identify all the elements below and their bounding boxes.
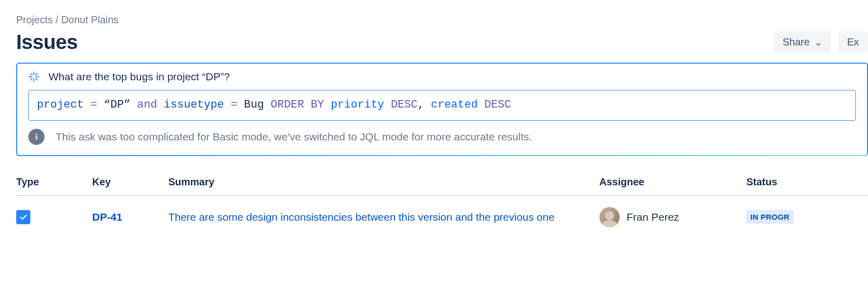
page-title: Issues bbox=[16, 31, 78, 54]
col-header-key[interactable]: Key bbox=[92, 171, 168, 195]
svg-line-5 bbox=[35, 78, 37, 80]
table-row[interactable]: DP-41 There are some design inconsistenc… bbox=[16, 195, 868, 238]
info-icon: i bbox=[28, 129, 45, 145]
share-button[interactable]: Share bbox=[773, 31, 831, 53]
ai-sparkle-icon bbox=[28, 71, 39, 82]
jql-input[interactable]: project = “DP” and issuetype = Bug ORDER… bbox=[28, 90, 856, 121]
ai-question-row: What are the top bugs in project “DP”? bbox=[17, 64, 867, 90]
assignee-name: Fran Perez bbox=[627, 211, 679, 223]
issue-key-link[interactable]: DP-41 bbox=[92, 211, 122, 223]
breadcrumb-projects[interactable]: Projects bbox=[16, 14, 53, 25]
export-button[interactable]: Ex bbox=[838, 31, 868, 53]
col-header-type[interactable]: Type bbox=[16, 171, 92, 195]
assignee-cell[interactable]: Fran Perez bbox=[599, 207, 742, 227]
export-button-label: Ex bbox=[847, 36, 859, 48]
avatar bbox=[599, 207, 620, 227]
issue-summary-link[interactable]: There are some design inconsistencies be… bbox=[168, 210, 554, 225]
breadcrumb: Projects / Donut Plains bbox=[16, 14, 868, 26]
col-header-summary[interactable]: Summary bbox=[168, 171, 599, 195]
status-badge[interactable]: IN PROGR bbox=[746, 210, 793, 224]
header-row: Issues Share Ex bbox=[16, 31, 868, 54]
svg-line-7 bbox=[31, 78, 32, 80]
ai-question-text: What are the top bugs in project “DP”? bbox=[49, 71, 230, 83]
issues-table: Type Key Summary Assignee Status DP-41 T… bbox=[16, 171, 868, 238]
ai-info-row: i This ask was too complicated for Basic… bbox=[17, 129, 867, 155]
svg-line-6 bbox=[35, 74, 37, 75]
share-button-label: Share bbox=[783, 36, 809, 48]
chevron-down-icon bbox=[815, 39, 822, 46]
col-header-status[interactable]: Status bbox=[746, 171, 868, 195]
breadcrumb-sep: / bbox=[53, 14, 61, 25]
ai-info-text: This ask was too complicated for Basic m… bbox=[56, 131, 532, 143]
issue-type-task-icon bbox=[16, 210, 30, 224]
ai-search-panel: What are the top bugs in project “DP”? p… bbox=[16, 63, 868, 156]
breadcrumb-project[interactable]: Donut Plains bbox=[61, 14, 118, 25]
svg-line-4 bbox=[31, 74, 32, 75]
col-header-assignee[interactable]: Assignee bbox=[599, 171, 747, 195]
header-actions: Share Ex bbox=[773, 31, 868, 53]
